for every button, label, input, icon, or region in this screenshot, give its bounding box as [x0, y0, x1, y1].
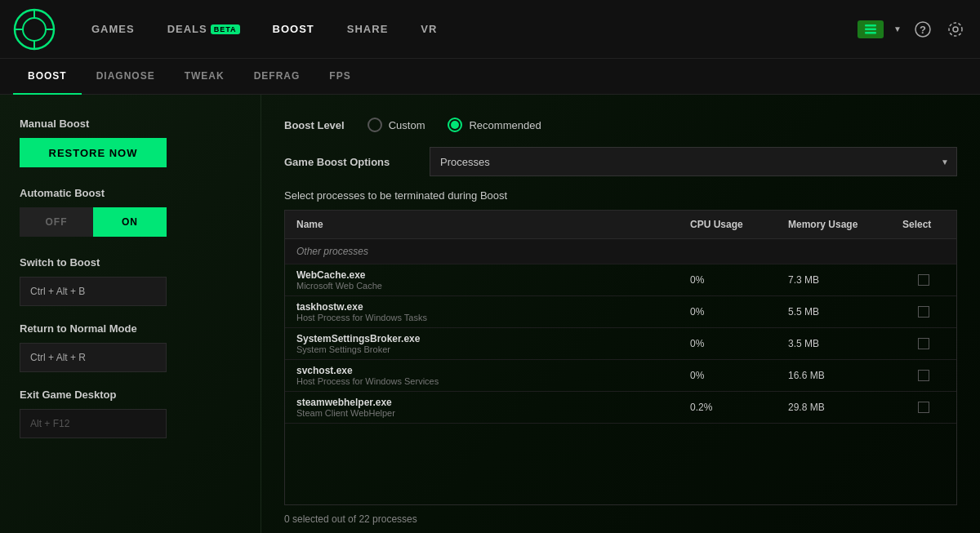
process-checkbox[interactable]	[918, 338, 929, 349]
table-row: SystemSettingsBroker.exe System Settings…	[285, 328, 956, 360]
select-hint: Select processes to be terminated during…	[284, 189, 957, 202]
svg-point-12	[953, 27, 958, 32]
table-header: Name CPU Usage Memory Usage Select	[284, 210, 957, 238]
svg-point-1	[23, 18, 46, 41]
sub-nav: BOOST DIAGNOSE TWEAK DEFRAG FPS	[0, 59, 980, 95]
subnav-fps[interactable]: FPS	[314, 59, 365, 95]
subnav-defrag[interactable]: DEFRAG	[239, 59, 315, 95]
switch-to-boost-section: Switch to Boost Ctrl + Alt + B	[20, 256, 241, 306]
cpu-cell: 0%	[679, 328, 777, 359]
select-cell	[891, 328, 956, 359]
svg-text:?: ?	[920, 24, 926, 36]
settings-icon[interactable]	[944, 18, 967, 41]
exit-shortcut-box: Alt + F12	[20, 409, 167, 438]
radio-recommended-label: Recommended	[469, 119, 541, 131]
cpu-cell: 0%	[679, 360, 777, 391]
boost-level-radio-group: Custom Recommended	[368, 118, 541, 132]
sidebar: Manual Boost RESTORE NOW Automatic Boost…	[0, 95, 261, 533]
boost-level-row: Boost Level Custom Recommended	[284, 118, 957, 132]
process-checkbox[interactable]	[918, 274, 929, 286]
select-cell	[891, 392, 956, 423]
subnav-tweak[interactable]: TWEAK	[170, 59, 239, 95]
auto-boost-section: Automatic Boost OFF ON	[20, 187, 241, 237]
table-row: steamwebhelper.exe Steam Client WebHelpe…	[285, 392, 956, 424]
table-footer: 0 selected out of 22 processes	[284, 505, 957, 533]
subnav-diagnose[interactable]: DIAGNOSE	[82, 59, 170, 95]
table-row: WebCache.exe Microsoft Web Cache 0% 7.3 …	[285, 264, 956, 296]
toggle-off-button[interactable]: OFF	[20, 207, 93, 237]
process-table: Name CPU Usage Memory Usage Select Other…	[284, 210, 957, 505]
process-desc: Steam Client WebHelper	[296, 408, 667, 418]
memory-cell: 16.6 MB	[777, 360, 891, 391]
profile-button[interactable]	[858, 20, 884, 38]
process-name-cell: steamwebhelper.exe Steam Client WebHelpe…	[285, 392, 679, 423]
svg-point-2	[30, 25, 38, 33]
table-row-group: Other processes	[285, 239, 956, 264]
help-icon[interactable]: ?	[911, 18, 934, 41]
top-bar: GAMES DEALS BETA BOOST SHARE VR ▼ ?	[0, 0, 980, 59]
selected-count-text: 0 selected out of 22 processes	[284, 513, 417, 525]
th-memory: Memory Usage	[777, 211, 891, 238]
svg-rect-7	[865, 24, 876, 27]
select-cell	[891, 360, 956, 391]
process-name-cell: taskhostw.exe Host Process for Windows T…	[285, 296, 679, 327]
nav-vr[interactable]: VR	[404, 0, 453, 59]
process-name: SystemSettingsBroker.exe	[296, 333, 667, 344]
beta-badge: BETA	[211, 24, 240, 34]
nav-share[interactable]: SHARE	[331, 0, 405, 59]
game-boost-row: Game Boost Options Processes	[284, 147, 957, 176]
process-desc: System Settings Broker	[296, 344, 667, 354]
game-boost-options-label: Game Boost Options	[284, 156, 407, 168]
memory-cell: 5.5 MB	[777, 296, 891, 327]
manual-boost-section: Manual Boost RESTORE NOW	[20, 118, 241, 167]
th-name: Name	[285, 211, 679, 238]
restore-now-button[interactable]: RESTORE NOW	[20, 138, 167, 167]
process-checkbox[interactable]	[918, 306, 929, 318]
memory-cell: 7.3 MB	[777, 264, 891, 295]
radio-custom[interactable]: Custom	[368, 118, 425, 132]
right-panel: Boost Level Custom Recommended Game Boos…	[261, 95, 980, 533]
profile-dropdown-arrow[interactable]: ▼	[893, 24, 902, 33]
top-nav: GAMES DEALS BETA BOOST SHARE VR	[75, 0, 858, 59]
nav-games[interactable]: GAMES	[75, 0, 151, 59]
process-name-cell: WebCache.exe Microsoft Web Cache	[285, 264, 679, 295]
process-name: taskhostw.exe	[296, 301, 667, 313]
main-content: Manual Boost RESTORE NOW Automatic Boost…	[0, 95, 980, 533]
table-row: taskhostw.exe Host Process for Windows T…	[285, 296, 956, 328]
process-desc: Host Process for Windows Services	[296, 376, 667, 386]
subnav-boost[interactable]: BOOST	[13, 59, 82, 95]
nav-deals[interactable]: DEALS BETA	[151, 0, 256, 59]
exit-desktop-label: Exit Game Desktop	[20, 389, 241, 401]
cpu-cell: 0%	[679, 264, 777, 295]
app-logo[interactable]	[13, 8, 56, 51]
svg-point-13	[949, 23, 962, 36]
nav-boost[interactable]: BOOST	[256, 0, 331, 59]
radio-custom-label: Custom	[389, 119, 425, 131]
return-shortcut-box: Ctrl + Alt + R	[20, 343, 167, 372]
game-boost-select[interactable]: Processes	[430, 147, 957, 176]
radio-custom-circle	[368, 118, 382, 132]
select-cell	[891, 296, 956, 327]
top-bar-right: ▼ ?	[858, 18, 967, 41]
process-checkbox[interactable]	[918, 370, 929, 381]
game-boost-select-wrapper: Processes	[430, 147, 957, 176]
process-desc: Host Process for Windows Tasks	[296, 313, 667, 322]
switch-shortcut-box: Ctrl + Alt + B	[20, 277, 167, 306]
th-select: Select	[891, 211, 956, 238]
svg-rect-8	[865, 28, 876, 30]
process-checkbox[interactable]	[918, 402, 929, 413]
process-name-cell: svchost.exe Host Process for Windows Ser…	[285, 360, 679, 391]
cpu-cell: 0%	[679, 296, 777, 327]
process-name: WebCache.exe	[296, 269, 667, 281]
switch-to-boost-label: Switch to Boost	[20, 256, 241, 269]
select-cell	[891, 264, 956, 295]
process-name-cell: SystemSettingsBroker.exe System Settings…	[285, 328, 679, 359]
automatic-boost-label: Automatic Boost	[20, 187, 241, 199]
process-name: svchost.exe	[296, 365, 667, 376]
process-desc: Microsoft Web Cache	[296, 281, 667, 291]
auto-boost-toggle[interactable]: OFF ON	[20, 207, 167, 237]
radio-recommended[interactable]: Recommended	[448, 118, 541, 132]
toggle-on-button[interactable]: ON	[93, 207, 167, 237]
memory-cell: 29.8 MB	[777, 392, 891, 423]
memory-cell: 3.5 MB	[777, 328, 891, 359]
